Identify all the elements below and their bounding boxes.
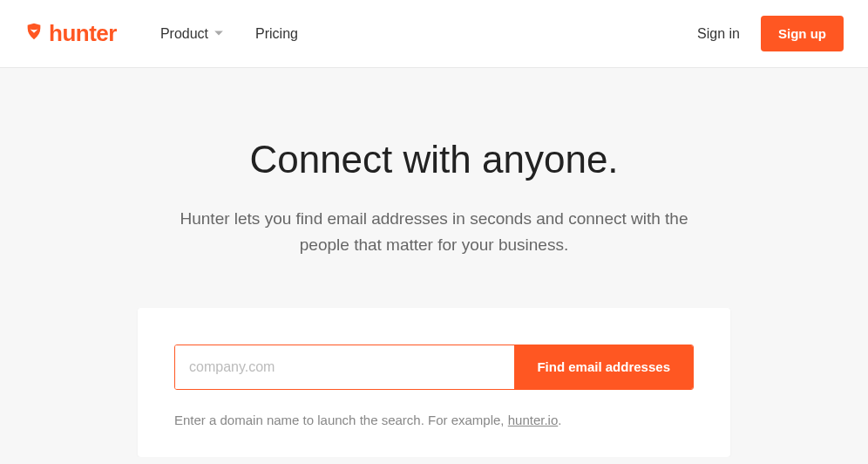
find-emails-button[interactable]: Find email addresses bbox=[514, 345, 693, 389]
hero: Connect with anyone. Hunter lets you fin… bbox=[0, 68, 868, 457]
nav-pricing[interactable]: Pricing bbox=[255, 26, 298, 42]
nav-pricing-label: Pricing bbox=[255, 26, 298, 42]
hint-suffix: . bbox=[558, 413, 561, 427]
hero-subtitle: Hunter lets you find email addresses in … bbox=[164, 206, 704, 259]
nav-product-label: Product bbox=[160, 26, 208, 42]
search-bar: Find email addresses bbox=[174, 345, 694, 390]
hint-prefix: Enter a domain name to launch the search… bbox=[174, 413, 508, 427]
chevron-down-icon bbox=[214, 26, 224, 42]
logo-text: hunter bbox=[49, 20, 117, 47]
logo-icon bbox=[24, 20, 44, 47]
signin-link[interactable]: Sign in bbox=[697, 26, 740, 42]
header: hunter Product Pricing Sign in Sign up bbox=[0, 0, 868, 68]
hero-title: Connect with anyone. bbox=[0, 138, 868, 181]
hint-example-link[interactable]: hunter.io bbox=[508, 413, 559, 427]
search-card: Find email addresses Enter a domain name… bbox=[138, 308, 730, 457]
domain-input[interactable] bbox=[175, 345, 514, 389]
search-hint: Enter a domain name to launch the search… bbox=[174, 413, 694, 427]
nav: Product Pricing bbox=[160, 26, 298, 42]
signup-button[interactable]: Sign up bbox=[761, 16, 844, 51]
logo[interactable]: hunter bbox=[24, 20, 117, 47]
nav-product[interactable]: Product bbox=[160, 26, 224, 42]
